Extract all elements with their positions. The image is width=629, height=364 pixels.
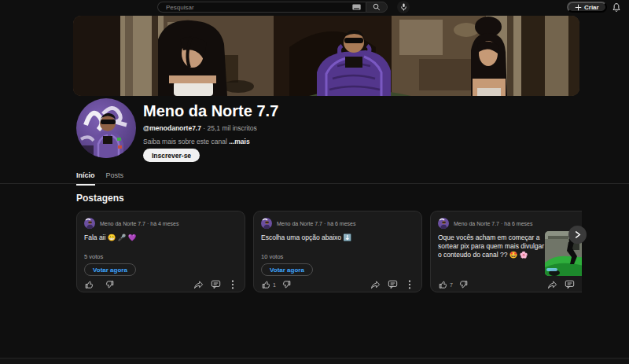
share-button[interactable] (193, 279, 204, 290)
top-bar: Pesquisar Criar (0, 0, 629, 14)
post-author: Meno da Norte 7.7 (277, 221, 322, 226)
post-author-avatar (84, 218, 95, 229)
more-options-button[interactable] (581, 279, 582, 290)
channel-name: Meno da Norte 7.7 (143, 102, 278, 120)
search-input[interactable]: Pesquisar (157, 2, 366, 13)
search-icon (373, 3, 381, 11)
post-header: Meno da Norte 7.7 · há 6 meses (261, 218, 355, 229)
more-options-button[interactable] (227, 279, 238, 290)
subscriber-count: 25,1 mil inscritos (208, 124, 257, 132)
banner-artwork (73, 16, 579, 96)
keyboard-icon[interactable] (352, 4, 361, 10)
share-button[interactable] (370, 279, 381, 290)
share-button[interactable] (546, 279, 557, 290)
chevron-right-icon (573, 230, 582, 239)
post-author-avatar (261, 218, 272, 229)
channel-avatar (76, 98, 136, 158)
about-text: Saiba mais sobre este canal (143, 138, 229, 145)
channel-handle: @menodanorte7.7 (143, 124, 201, 132)
channel-meta: @menodanorte7.7 · 25,1 mil inscritos (143, 124, 257, 132)
meta-separator: · (324, 221, 326, 226)
post-author-avatar (438, 218, 449, 229)
post-text: Escolha uma opção abaixo ⬇️ (261, 233, 414, 242)
post-actions: 1 (261, 279, 415, 290)
mic-icon (400, 3, 407, 11)
post-time: há 6 meses (327, 221, 355, 226)
channel-banner-image (73, 16, 579, 96)
meta-separator: · (203, 124, 205, 132)
channel-description[interactable]: Saiba mais sobre este canal ...mais (143, 138, 250, 145)
meta-separator: · (501, 221, 502, 226)
dislike-button[interactable] (281, 279, 292, 290)
post-meta: Meno da Norte 7.7 · há 4 meses (100, 221, 178, 226)
post-actions (84, 279, 238, 290)
meta-separator: · (147, 221, 149, 226)
post-card: Meno da Norte 7.7 · há 6 meses Oque você… (430, 211, 582, 292)
like-button[interactable] (84, 279, 95, 290)
dislike-button[interactable] (104, 279, 115, 290)
dislike-button[interactable] (458, 279, 469, 290)
like-button[interactable] (438, 279, 449, 290)
post-time: há 6 meses (504, 221, 532, 226)
search-button[interactable] (366, 2, 388, 13)
comment-button[interactable] (210, 279, 221, 290)
more-options-button[interactable] (404, 279, 415, 290)
like-button[interactable] (261, 279, 272, 290)
post-time: há 4 meses (150, 221, 178, 226)
post-author: Meno da Norte 7.7 (100, 221, 145, 226)
post-card: Meno da Norte 7.7 · há 6 meses Escolha u… (253, 211, 422, 292)
mic-button[interactable] (397, 1, 410, 13)
post-meta: Meno da Norte 7.7 · há 6 meses (454, 221, 532, 226)
post-author: Meno da Norte 7.7 (454, 221, 499, 226)
search-placeholder: Pesquisar (166, 4, 352, 11)
more-link[interactable]: ...mais (229, 138, 249, 145)
post-header: Meno da Norte 7.7 · há 4 meses (84, 218, 178, 229)
like-count: 7 (450, 282, 453, 288)
notifications-button[interactable] (610, 2, 622, 13)
tabs-divider (0, 183, 629, 184)
like-count: 1 (273, 282, 276, 288)
create-label: Criar (584, 4, 599, 11)
poll-vote-count: 10 votos (261, 253, 283, 260)
vote-now-button[interactable]: Votar agora (261, 263, 313, 276)
section-title: Postagens (76, 193, 124, 204)
carousel-next-button[interactable] (568, 226, 587, 244)
post-text: Oque vocês acham em começar a sortear pi… (438, 233, 547, 259)
post-text: Fala aii 😁 🎤 💜 (84, 233, 237, 242)
vote-now-button[interactable]: Votar agora (84, 263, 136, 276)
plus-icon (575, 4, 582, 11)
comment-button[interactable] (564, 279, 575, 290)
poll-vote-count: 5 votos (84, 253, 103, 260)
bell-icon (612, 2, 621, 13)
comment-button[interactable] (387, 279, 398, 290)
post-header: Meno da Norte 7.7 · há 6 meses (438, 218, 532, 229)
post-actions: 7 (438, 279, 582, 290)
posts-carousel: Meno da Norte 7.7 · há 4 meses Fala aii … (73, 211, 582, 296)
subscribe-button[interactable]: Inscrever-se (143, 149, 200, 162)
post-meta: Meno da Norte 7.7 · há 6 meses (277, 221, 355, 226)
youtube-channel-page: Pesquisar Criar (0, 0, 629, 364)
window-bottom-edge (0, 358, 629, 364)
create-button[interactable]: Criar (567, 2, 607, 13)
post-card: Meno da Norte 7.7 · há 4 meses Fala aii … (76, 211, 245, 292)
